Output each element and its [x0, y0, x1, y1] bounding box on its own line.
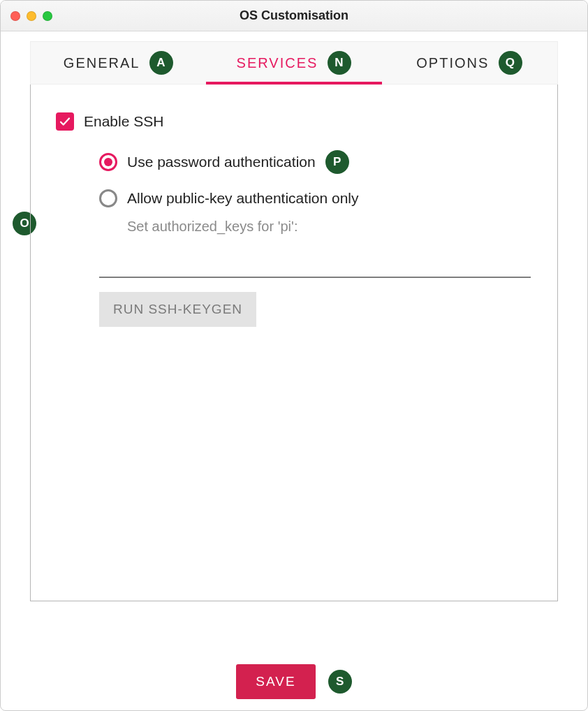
tab-options[interactable]: OPTIONS Q [382, 42, 557, 84]
window-title: OS Customisation [1, 8, 587, 23]
authorized-keys-input[interactable] [99, 247, 531, 278]
auth-password-badge: P [325, 150, 349, 174]
auth-pubkey-row: Allow public-key authentication only [99, 189, 532, 207]
close-icon[interactable] [10, 11, 20, 21]
auth-password-label: Use password authentication [127, 154, 316, 170]
tab-general-badge: A [149, 51, 173, 75]
tab-services-label: SERVICES [237, 55, 318, 71]
enable-ssh-checkbox[interactable] [56, 112, 74, 131]
tab-options-label: OPTIONS [416, 55, 489, 71]
save-button[interactable]: SAVE [236, 664, 315, 699]
auth-pubkey-radio[interactable] [99, 189, 117, 207]
window-controls [10, 11, 52, 21]
footer: SAVE S [1, 664, 587, 699]
tab-services-badge: N [328, 51, 351, 75]
enable-ssh-row: Enable SSH [56, 112, 532, 131]
services-panel: Enable SSH Use password authentication P… [30, 85, 558, 601]
content: GENERAL A SERVICES N OPTIONS Q O Enable … [1, 41, 587, 601]
tab-options-badge: Q [499, 51, 522, 75]
authorized-keys-hint: Set authorized_keys for 'pi': [127, 219, 532, 235]
auth-pubkey-label: Allow public-key authentication only [127, 190, 359, 207]
ssh-options: Use password authentication P Allow publ… [99, 150, 532, 327]
minimize-icon[interactable] [27, 11, 36, 21]
window: OS Customisation GENERAL A SERVICES N OP… [0, 0, 588, 711]
auth-password-radio[interactable] [99, 153, 117, 171]
tab-general-label: GENERAL [64, 55, 140, 71]
tab-services[interactable]: SERVICES N [206, 42, 381, 84]
tab-general[interactable]: GENERAL A [31, 42, 206, 84]
zoom-icon[interactable] [43, 11, 52, 21]
run-ssh-keygen-button: RUN SSH-KEYGEN [99, 292, 256, 327]
tab-bar: GENERAL A SERVICES N OPTIONS Q [30, 41, 558, 85]
auth-password-row: Use password authentication P [99, 150, 532, 174]
titlebar: OS Customisation [1, 1, 587, 31]
check-icon [59, 115, 71, 128]
save-badge: S [328, 670, 352, 694]
enable-ssh-label: Enable SSH [84, 113, 163, 130]
